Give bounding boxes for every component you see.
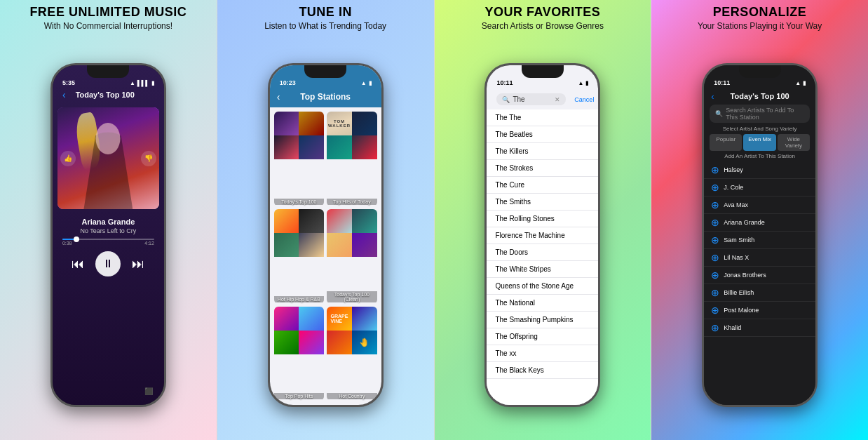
phone-3-container: 10:11 ▲ ▮ 🔍 The ✕ Cancel The The <box>477 35 607 440</box>
artist-jcole[interactable]: ⊕ J. Cole <box>704 179 815 196</box>
add-sam-icon[interactable]: ⊕ <box>711 234 719 246</box>
thumbs-down-icon[interactable]: 👎 <box>141 151 156 166</box>
variety-label: Select Artist And Song Variety <box>704 126 815 132</box>
result-the-offspring[interactable]: The Offspring <box>487 328 598 345</box>
add-jonas-icon[interactable]: ⊕ <box>711 269 719 281</box>
add-lil-nas-icon[interactable]: ⊕ <box>711 252 719 263</box>
album-cell-10 <box>299 209 324 233</box>
artist-sam-smith[interactable]: ⊕ Sam Smith <box>704 232 815 249</box>
prev-button[interactable]: ⏮ <box>69 255 87 273</box>
result-the-smiths[interactable]: The Smiths <box>487 194 598 211</box>
artist-ariana[interactable]: ⊕ Ariana Grande <box>704 214 815 232</box>
variety-even-mix[interactable]: Even Mix <box>743 134 775 151</box>
artist-post-malone[interactable]: ⊕ Post Malone <box>704 302 815 319</box>
panel-2-subtitle: Listen to What is Trending Today <box>224 21 427 31</box>
phone-1-status-icons: ▲ ▌▌▌ ▮ <box>130 80 154 86</box>
phone-1-nav: ‹ Today's Top 100 <box>53 89 164 103</box>
station-item-2[interactable]: TOMWALKER Top Hits of Today <box>327 112 377 206</box>
station-item-5[interactable]: Top Pop Hits <box>274 307 325 401</box>
album-cell-17 <box>274 307 299 331</box>
station-item-3[interactable]: Hot Hip Hop & R&B <box>274 209 325 304</box>
result-the-killers[interactable]: The Killers <box>487 143 598 160</box>
add-ariana-icon[interactable]: ⊕ <box>711 217 719 228</box>
result-the-white-stripes[interactable]: The White Stripes <box>487 261 598 278</box>
result-the-smashing-pumpkins[interactable]: The Smashing Pumpkins <box>487 312 598 328</box>
phone-1-notch <box>87 65 129 78</box>
artist-ava-max[interactable]: ⊕ Ava Max <box>704 196 815 214</box>
phone-4-notch <box>739 65 781 78</box>
phone-3-search-bar[interactable]: 🔍 The ✕ <box>496 93 566 105</box>
phone-1-progress[interactable]: 0:38 4:12 <box>53 236 164 247</box>
phone-2-screen: 10:23 ▲ ▮ ‹ Top Stations <box>270 65 381 405</box>
artist-ariana-name: Ariana Grande <box>724 219 765 226</box>
phone-2-stations-grid: Today's Top 100 TOMWALKER Top Hi <box>270 107 381 405</box>
phone-2-nav: ‹ Top Stations <box>270 89 381 107</box>
search-clear-icon[interactable]: ✕ <box>555 96 560 103</box>
result-queens[interactable]: Queens of the Stone Age <box>487 278 598 295</box>
artist-halsey[interactable]: ⊕ Halsey <box>704 161 815 179</box>
result-the-doors[interactable]: The Doors <box>487 244 598 261</box>
back-icon[interactable]: ‹ <box>62 89 66 100</box>
add-artist-label: Add An Artist To This Station <box>704 153 815 159</box>
album-cell-12 <box>299 233 324 257</box>
result-the-black-keys[interactable]: The Black Keys <box>487 362 598 379</box>
battery-icon-2: ▮ <box>369 80 372 86</box>
phone-4-search-text: Search Artists To Add To This Station <box>726 107 804 121</box>
add-jcole-icon[interactable]: ⊕ <box>711 182 719 193</box>
battery-icon-3: ▮ <box>585 80 588 86</box>
add-post-icon[interactable]: ⊕ <box>711 305 719 316</box>
variety-popular[interactable]: Popular <box>710 134 742 151</box>
back-icon-2[interactable]: ‹ <box>277 91 280 102</box>
airplay-icon[interactable]: ⬛ <box>144 387 153 395</box>
panel-3-header: YOUR FAVORITES Search Artists or Browse … <box>435 0 651 35</box>
result-the-the[interactable]: The The <box>487 109 598 126</box>
result-the-national[interactable]: The National <box>487 295 598 312</box>
album-cell-2 <box>299 112 324 135</box>
result-the-rolling-stones[interactable]: The Rolling Stones <box>487 211 598 227</box>
album-cell-16 <box>352 233 377 257</box>
result-the-xx[interactable]: The xx <box>487 345 598 362</box>
artist-jonas[interactable]: ⊕ Jonas Brothers <box>704 267 815 284</box>
progress-dot <box>74 236 79 242</box>
album-cell-18 <box>299 307 324 331</box>
panel-personalize: PERSONALIZE Your Stations Playing it You… <box>651 0 868 440</box>
wifi-icon-2: ▲ <box>361 80 367 86</box>
play-pause-button[interactable]: ⏸ <box>95 251 121 276</box>
phone-3-cancel[interactable]: Cancel <box>574 96 594 103</box>
panel-1-header: FREE UNLIMITED MUSIC With No Commercial … <box>0 0 217 35</box>
phone-4-container: 10:11 ▲ ▮ ‹ Today's Top 100 🔍 Search Art… <box>695 35 825 440</box>
artist-lil-nas-name: Lil Nas X <box>724 254 749 261</box>
back-icon-4[interactable]: ‹ <box>711 91 714 102</box>
next-button[interactable]: ⏭ <box>129 255 147 273</box>
result-florence[interactable]: Florence The Machine <box>487 227 598 244</box>
result-the-cure[interactable]: The Cure <box>487 177 598 194</box>
artist-jcole-name: J. Cole <box>724 184 743 191</box>
phone-3-results-list: The The The Beatles The Killers The Stro… <box>487 109 598 405</box>
station-item-4[interactable]: Today's Top 100 (Clean) <box>327 209 377 304</box>
variety-wide[interactable]: Wide Variety <box>778 134 810 151</box>
artist-lil-nas[interactable]: ⊕ Lil Nas X <box>704 249 815 267</box>
thumbs-up-icon[interactable]: 👍 <box>60 151 76 166</box>
phone-4-search-bar[interactable]: 🔍 Search Artists To Add To This Station <box>710 105 810 123</box>
album-cell-7 <box>327 135 352 159</box>
phone-2-frame: 10:23 ▲ ▮ ‹ Top Stations <box>268 63 384 407</box>
phone-2-container: 10:23 ▲ ▮ ‹ Top Stations <box>261 35 391 440</box>
add-halsey-icon[interactable]: ⊕ <box>711 164 719 175</box>
add-billie-icon[interactable]: ⊕ <box>711 287 719 298</box>
phone-4-status-icons: ▲ ▮ <box>795 80 806 86</box>
search-icon-4: 🔍 <box>715 110 723 117</box>
album-cell-21: GRAPEVINE <box>327 307 352 331</box>
variety-buttons: Popular Even Mix Wide Variety <box>710 134 810 151</box>
station-thumb-1 <box>274 112 325 159</box>
artist-billie[interactable]: ⊕ Billie Eilish <box>704 284 815 302</box>
artist-khalid[interactable]: ⊕ Khalid <box>704 319 815 337</box>
add-khalid-icon[interactable]: ⊕ <box>711 322 719 333</box>
artist-jonas-name: Jonas Brothers <box>724 272 766 279</box>
station-item-1[interactable]: Today's Top 100 <box>274 112 325 206</box>
result-the-strokes[interactable]: The Strokes <box>487 160 598 177</box>
station-item-6[interactable]: GRAPEVINE 🤚 Hot Country <box>327 307 377 401</box>
add-ava-max-icon[interactable]: ⊕ <box>711 199 719 211</box>
result-the-beatles[interactable]: The Beatles <box>487 126 598 143</box>
wifi-icon-4: ▲ <box>795 80 801 86</box>
station-thumb-2: TOMWALKER <box>327 112 377 159</box>
